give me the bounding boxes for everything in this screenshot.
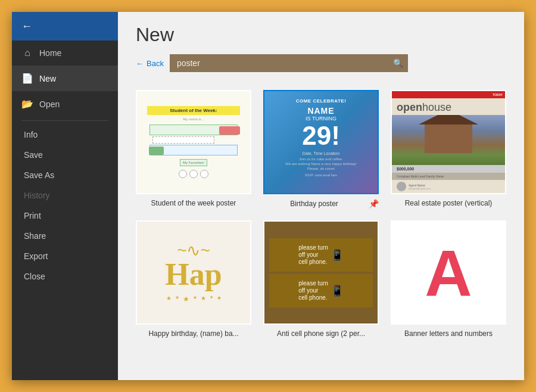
sidebar-item-home[interactable]: ⌂ Home: [12, 41, 118, 66]
template-label-banner-letters: Banner letters and numbers: [391, 329, 506, 338]
sidebar-menu-info[interactable]: Info: [12, 125, 118, 145]
app-window: ← ⌂ Home 📄 New 📂 Open Info Save Save As …: [12, 12, 524, 380]
search-back-link[interactable]: ← Back: [136, 59, 164, 68]
search-input[interactable]: [170, 54, 408, 72]
template-thumb-student-week[interactable]: Student of the Week: My name is...: [136, 90, 251, 194]
sidebar-menu-history: History: [12, 185, 118, 206]
template-thumb-real-estate[interactable]: TODAY openhouse: [391, 90, 506, 194]
main-content: New ← Back 🔍 Student: [118, 12, 524, 380]
template-item-banner-letters[interactable]: A Banner letters and numbers: [391, 220, 506, 338]
sidebar-item-open[interactable]: 📂 Open: [12, 91, 118, 117]
search-icon[interactable]: 🔍: [393, 58, 403, 68]
template-thumb-banner-letters[interactable]: A: [391, 220, 506, 325]
template-thumb-birthday[interactable]: COME CELEBRATE! NAME IS TURNING 29! Date…: [263, 90, 379, 194]
template-label-happy-birthday: Happy birthday, (name) ba...: [136, 329, 251, 338]
sidebar: ← ⌂ Home 📄 New 📂 Open Info Save Save As …: [12, 12, 118, 380]
template-label-row-birthday: Birthday poster 📌: [263, 199, 379, 209]
birthday-poster-preview: COME CELEBRATE! NAME IS TURNING 29! Date…: [264, 91, 378, 193]
templates-grid: Student of the Week: My name is...: [136, 90, 506, 338]
sidebar-menu-export[interactable]: Export: [12, 246, 118, 266]
open-folder-icon: 📂: [21, 98, 33, 110]
template-thumb-happy-birthday[interactable]: ~∿~ Hap ★ ★ ★ ★ ★ ★ ★: [136, 220, 251, 325]
template-item-happy-birthday[interactable]: ~∿~ Hap ★ ★ ★ ★ ★ ★ ★: [136, 220, 251, 338]
sidebar-item-open-label: Open: [39, 99, 60, 109]
sidebar-menu-save[interactable]: Save: [12, 145, 118, 165]
template-item-cell-phone[interactable]: please turnoff yourcell phone. 📱 please …: [263, 220, 379, 338]
sidebar-menu-share[interactable]: Share: [12, 226, 118, 246]
search-bar: ← Back 🔍: [136, 54, 506, 72]
template-thumb-cell-phone[interactable]: please turnoff yourcell phone. 📱 please …: [263, 220, 379, 325]
sidebar-item-home-label: Home: [39, 48, 61, 58]
sidebar-menu-close[interactable]: Close: [12, 266, 118, 287]
page-title: New: [136, 24, 506, 46]
sidebar-item-new-label: New: [39, 74, 56, 83]
template-label-cell-phone: Anti cell phone sign (2 per...: [263, 329, 379, 338]
template-label-student-week: Student of the week poster: [136, 199, 251, 207]
new-document-icon: 📄: [21, 73, 33, 84]
search-input-wrapper: 🔍: [170, 54, 408, 72]
student-poster-preview: Student of the Week: My name is...: [137, 91, 250, 193]
real-estate-poster-preview: TODAY openhouse: [392, 91, 505, 193]
back-button[interactable]: ←: [12, 12, 118, 41]
sidebar-divider: [21, 120, 108, 121]
back-link-label: Back: [147, 59, 164, 68]
template-item-student-week[interactable]: Student of the Week: My name is...: [136, 90, 251, 209]
templates-area: Student of the Week: My name is...: [118, 78, 524, 380]
home-icon: ⌂: [21, 48, 33, 58]
main-header: New ← Back 🔍: [118, 12, 524, 78]
template-label-real-estate: Real estate poster (vertical): [391, 199, 506, 207]
happy-birthday-preview: ~∿~ Hap ★ ★ ★ ★ ★ ★ ★: [137, 222, 250, 323]
template-label-birthday: Birthday poster: [263, 200, 365, 208]
template-item-birthday[interactable]: COME CELEBRATE! NAME IS TURNING 29! Date…: [263, 90, 379, 209]
cell-phone-preview: please turnoff yourcell phone. 📱 please …: [264, 222, 378, 323]
sidebar-menu-print[interactable]: Print: [12, 206, 118, 226]
banner-letters-preview: A: [392, 222, 505, 323]
pin-icon[interactable]: 📌: [369, 199, 379, 209]
back-arrow-icon: ←: [21, 20, 32, 33]
template-item-real-estate[interactable]: TODAY openhouse: [391, 90, 506, 209]
sidebar-item-new[interactable]: 📄 New: [12, 66, 118, 91]
sidebar-menu-save-as[interactable]: Save As: [12, 165, 118, 185]
back-arrow-left-icon: ←: [136, 59, 144, 68]
